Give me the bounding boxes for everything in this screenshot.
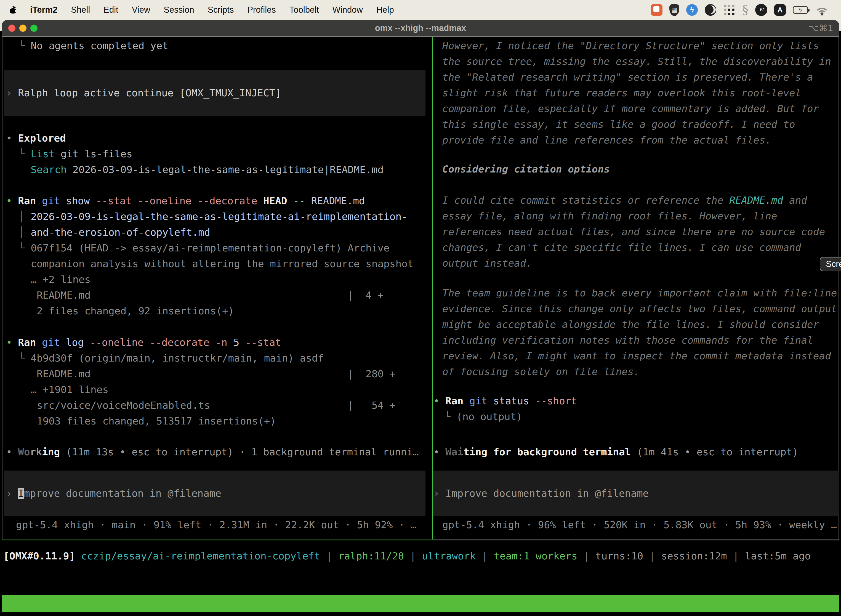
reasoning-para1-line4: slight risk that future readers may over…: [442, 85, 801, 101]
explored-line: • Explored: [6, 130, 66, 146]
right-model-status-line: gpt-5.4 xhigh · 96% left · 520K in · 5.8…: [442, 517, 837, 532]
git-show-output-2: companion analysis without altering the …: [19, 256, 413, 271]
turns-counter: turns:10: [595, 550, 643, 562]
reasoning-para1-line1: However, I noticed the "Directory Struct…: [442, 38, 819, 54]
reasoning-para3-line6: of focusing solely on file lines.: [442, 364, 640, 380]
text-cursor: I: [18, 488, 24, 499]
reasoning-para3-line4: including verification notes with those …: [442, 332, 813, 348]
explored-list-line: └ List git ls-files: [19, 146, 132, 162]
inject-message: › Ralph loop active continue [OMX_TMUX_I…: [4, 85, 281, 101]
shield-grid-icon[interactable]: ▦: [670, 4, 679, 16]
reasoning-para3-line1: The team guideline is to back every impo…: [442, 285, 837, 301]
blue-bolt-icon[interactable]: ϟ: [686, 4, 698, 16]
dragon-icon[interactable]: §: [742, 4, 748, 16]
wifi-icon[interactable]: [815, 4, 829, 15]
working-status-line: • Working (11m 13s • esc to interrupt) ·…: [6, 444, 419, 460]
git-log-output-3: … +1901 lines: [19, 382, 108, 397]
git-show-output-3: … +2 lines: [19, 271, 91, 287]
git-log-output-1: └ 4b9d30f (origin/main, instructkr/main,…: [19, 350, 324, 366]
pane-bottom-border-right: [433, 540, 840, 540]
reasoning-para1-line7: provide file and line references from th…: [442, 132, 771, 148]
team-workers: team:1 workers: [494, 550, 577, 562]
session-duration: session:12m: [661, 550, 727, 562]
reasoning-para3-line5: review. Also, I might want to inspect th…: [442, 348, 831, 364]
menu-item-edit[interactable]: Edit: [104, 0, 118, 20]
reasoning-para2-line5: output instead.: [442, 255, 532, 271]
reasoning-para1-line2: the source tree, missing the essay. Stil…: [442, 54, 831, 69]
left-prompt-text: › Improve documentation in @filename: [4, 485, 221, 501]
tab-shortcut-label: ⌥⌘1: [809, 20, 833, 37]
apple-menu-icon[interactable]: [9, 6, 16, 13]
menu-item-help[interactable]: Help: [377, 0, 394, 20]
menu-item-session[interactable]: Session: [164, 0, 194, 20]
left-model-status-line: gpt-5.4 xhigh · main · 91% left · 2.31M …: [16, 517, 417, 532]
reasoning-heading: Considering citation options: [442, 161, 610, 177]
omx-version: [OMX#0.11.9]: [3, 550, 75, 562]
git-status-command-line: • Ran git status --short: [434, 393, 577, 409]
reasoning-para1-line5: companion file, especially if more comme…: [442, 101, 819, 116]
menu-item-iterm2[interactable]: iTerm2: [30, 0, 57, 20]
right-terminal-pane[interactable]: However, I noticed the "Directory Struct…: [433, 37, 840, 540]
git-show-output-4: README.md | 4 +: [19, 287, 384, 303]
right-prompt-text: › Improve documentation in @filename: [433, 485, 649, 501]
badge-61-icon[interactable]: ..61: [755, 4, 767, 16]
ralph-counter: ralph:11/20: [338, 550, 404, 562]
git-log-output-2: README.md | 280 +: [19, 366, 396, 382]
left-terminal-pane[interactable]: └ No agents completed yet › Ralph loop a…: [3, 37, 432, 540]
reasoning-para3-line2: evidence. Since this change only affects…: [442, 301, 837, 317]
tmux-session-window[interactable]: [omx-cczip0:bash*: [4, 612, 106, 616]
git-show-command-line: • Ran git show --stat --oneline --decora…: [6, 193, 365, 209]
omx-branch-path: cczip/essay/ai-reimplementation-copyleft: [75, 550, 320, 562]
menu-bar: iTerm2 Shell Edit View Session Scripts P…: [0, 0, 841, 20]
menu-item-view[interactable]: View: [132, 0, 150, 20]
tmux-status-bar: [omx-cczip0:bash* "MacBook-Pro-44.local"…: [2, 595, 839, 612]
reasoning-para2-line4: changes, I can't cite specific file line…: [442, 239, 801, 255]
menu-item-toolbelt[interactable]: Toolbelt: [289, 0, 319, 20]
menu-item-profiles[interactable]: Profiles: [247, 0, 275, 20]
moon-circle-icon[interactable]: [705, 4, 716, 16]
git-show-output-5: 2 files changed, 92 insertions(+): [19, 303, 234, 319]
reasoning-para2-line3: references need actual files, and since …: [442, 224, 825, 239]
pane-bottom-border-left: [1, 540, 432, 540]
window-title-bar[interactable]: omx --xhigh --madmax ⌥⌘1: [1, 20, 840, 37]
menu-item-shell[interactable]: Shell: [71, 0, 90, 20]
git-log-output-5: 1903 files changed, 513517 insertions(+): [19, 413, 276, 429]
explored-search-line: Search 2026-03-09-is-legal-the-same-as-l…: [19, 162, 384, 177]
input-source-icon[interactable]: A: [774, 4, 786, 16]
git-show-arg-line-1: │ 2026-03-09-is-legal-the-same-as-legiti…: [19, 209, 407, 224]
pane-left-border: [1, 37, 3, 540]
window-title: omx --xhigh --madmax: [1, 20, 840, 37]
battery-icon[interactable]: ϟ: [793, 6, 808, 14]
reasoning-para1-line3: the "Related research writing" section i…: [442, 69, 813, 85]
last-activity: last:5m ago: [745, 550, 811, 562]
chat-bubble-icon[interactable]: [651, 4, 662, 16]
git-log-command-line: • Ran git log --oneline --decorate -n 5 …: [6, 334, 281, 350]
git-status-output: └ (no output): [444, 409, 522, 424]
git-show-arg-line-2: │ and-the-erosion-of-copyleft.md: [19, 224, 210, 240]
right-prompt-input[interactable]: › Improve documentation in @filename: [433, 471, 840, 516]
git-show-output-1: └ 067f154 (HEAD -> essay/ai-reimplementa…: [19, 240, 390, 256]
menu-item-window[interactable]: Window: [333, 0, 363, 20]
waiting-status-line: • Waiting for background terminal (1m 41…: [434, 444, 798, 460]
dots-grid-icon[interactable]: [723, 4, 736, 16]
reasoning-para2-line1: I could cite commit statistics or refere…: [442, 192, 807, 208]
reasoning-para3-line3: might be acceptable alongside the file l…: [442, 317, 819, 332]
ultrawork-label: ultrawork: [422, 550, 476, 562]
git-log-output-4: src/voice/voiceModeEnabled.ts | 54 +: [19, 397, 396, 413]
screen-notification: Scre: [820, 257, 841, 271]
inject-message-box[interactable]: › Ralph loop active continue [OMX_TMUX_I…: [4, 70, 425, 116]
iterm2-window: omx --xhigh --madmax ⌥⌘1 └ No agents com…: [1, 20, 840, 616]
menu-item-scripts[interactable]: Scripts: [208, 0, 234, 20]
readme-link: README.md: [729, 195, 783, 206]
reasoning-para1-line6: this single essay, it seems like a good …: [442, 116, 795, 132]
reasoning-para2-line2: essay file, along with finding root file…: [442, 208, 777, 224]
omx-status-line: [OMX#0.11.9] cczip/essay/ai-reimplementa…: [3, 548, 811, 564]
no-agents-line: └ No agents completed yet: [19, 38, 168, 54]
left-prompt-input[interactable]: › Improve documentation in @filename: [4, 471, 425, 516]
